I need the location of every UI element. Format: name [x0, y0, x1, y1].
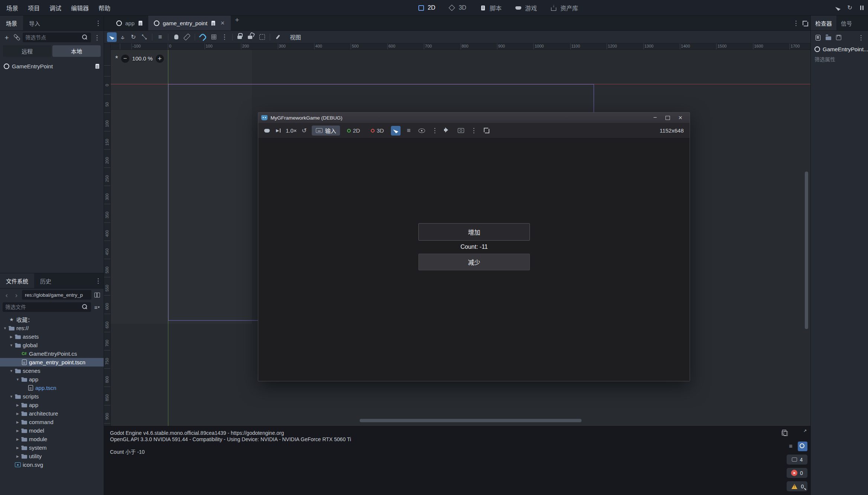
open-external-icon[interactable]: [798, 429, 807, 438]
debugger-badge[interactable]: 4: [787, 455, 807, 465]
file-tree-item[interactable]: res://: [0, 324, 104, 332]
reset-time-scale-button[interactable]: [300, 127, 308, 135]
workspace-3d[interactable]: 3D: [441, 0, 472, 16]
expand-icon[interactable]: [15, 455, 20, 458]
zoom-out-button[interactable]: [121, 55, 129, 63]
open-script-icon[interactable]: [94, 63, 101, 69]
view-menu[interactable]: 视图: [287, 32, 304, 42]
scene-script-icon[interactable]: [137, 20, 143, 26]
file-tree-item[interactable]: app.tscn: [0, 384, 104, 392]
file-tree-item[interactable]: app: [0, 401, 104, 409]
local-button[interactable]: 本地: [52, 45, 101, 57]
grid-snap-toggle[interactable]: [209, 32, 218, 42]
new-resource-icon[interactable]: [814, 33, 822, 42]
maximize-button[interactable]: [661, 113, 674, 123]
sort-files-icon[interactable]: [93, 303, 101, 311]
close-window-button[interactable]: [674, 113, 687, 123]
filter-nodes-input[interactable]: [25, 35, 82, 40]
pan-tool[interactable]: [171, 32, 181, 42]
group-object-button[interactable]: [257, 32, 267, 42]
expand-icon[interactable]: [15, 420, 20, 424]
menu-project[interactable]: 项目: [23, 0, 45, 15]
load-resource-icon[interactable]: [825, 33, 832, 42]
horizontal-scrollbar[interactable]: [360, 419, 582, 422]
mode-3d-button[interactable]: 3D: [367, 126, 388, 135]
history-forward-icon[interactable]: [12, 291, 20, 299]
snap-options-menu[interactable]: [220, 32, 229, 42]
inspector-menu-icon[interactable]: [857, 33, 865, 42]
mode-2d-button[interactable]: 2D: [343, 126, 364, 135]
workspace-assetlib[interactable]: 资产库: [543, 0, 584, 16]
file-tree-item[interactable]: scripts: [0, 392, 104, 401]
filesystem-menu-icon[interactable]: [94, 277, 102, 285]
filter-messages-icon[interactable]: [786, 442, 796, 451]
pick-options-menu[interactable]: [430, 126, 440, 136]
scale-tool[interactable]: [139, 32, 149, 42]
decrease-button[interactable]: 减少: [418, 254, 530, 270]
scene-tab-game-entry-point[interactable]: game_entry_point: [148, 16, 231, 30]
move-tool[interactable]: [118, 32, 127, 42]
zoom-in-button[interactable]: [156, 55, 164, 63]
filter-properties-label[interactable]: 筛选属性: [811, 54, 868, 64]
smart-snap-toggle[interactable]: [198, 32, 208, 42]
menu-help[interactable]: 帮助: [94, 0, 115, 15]
list-select-tool[interactable]: [155, 32, 165, 42]
collapse-icon[interactable]: [9, 343, 14, 347]
expand-icon[interactable]: [15, 429, 20, 433]
menu-scene[interactable]: 场景: [1, 0, 23, 15]
remote-button[interactable]: 远程: [3, 45, 51, 57]
camera-options-menu[interactable]: [469, 126, 479, 136]
rotate-tool[interactable]: [129, 32, 138, 42]
filter-files-box[interactable]: [3, 302, 91, 312]
workspace-2d[interactable]: 2D: [411, 0, 441, 16]
collapse-icon[interactable]: [2, 326, 8, 330]
expand-icon[interactable]: [15, 446, 20, 450]
file-tree-item[interactable]: global: [0, 341, 104, 349]
scene-tree-menu-icon[interactable]: [93, 33, 101, 42]
game-window-titlebar[interactable]: MyGFrameworkGame (DEBUG): [258, 113, 690, 123]
file-tree-item[interactable]: model: [0, 426, 104, 435]
file-tree-item[interactable]: GameEntryPoint.cs: [0, 349, 104, 358]
vertical-scrollbar[interactable]: [805, 172, 808, 329]
file-tree-item[interactable]: scenes: [0, 367, 104, 375]
canvas-viewport[interactable]: 0501001502002503003504004505005506006507…: [104, 50, 810, 426]
scene-tree-root-node[interactable]: GameEntryPoint: [0, 61, 104, 71]
menu-debug[interactable]: 调试: [45, 0, 66, 15]
file-tree-item[interactable]: module: [0, 435, 104, 443]
file-tree-item[interactable]: icon.svg: [0, 460, 104, 469]
skeleton-options-menu[interactable]: [273, 32, 283, 42]
expand-icon[interactable]: [15, 437, 20, 441]
pause-game-icon[interactable]: [858, 4, 866, 12]
tab-filesystem[interactable]: 文件系统: [0, 273, 34, 288]
tab-signals[interactable]: 信号: [836, 16, 856, 30]
scene-script-icon[interactable]: [210, 20, 216, 26]
camera-override-button[interactable]: [456, 126, 466, 136]
file-tree-item[interactable]: assets: [0, 332, 104, 341]
scene-tab-list-icon[interactable]: [792, 19, 800, 27]
close-tab-icon[interactable]: [219, 20, 226, 26]
menu-editor[interactable]: 编辑器: [66, 0, 94, 15]
file-tree-item[interactable]: game_entry_point.tscn: [0, 358, 104, 367]
errors-badge[interactable]: 0: [787, 468, 807, 478]
increase-button[interactable]: 增加: [418, 223, 530, 241]
inspected-node-row[interactable]: GameEntryPoint...: [811, 44, 868, 54]
mute-audio-button[interactable]: [443, 126, 453, 136]
file-tree-item[interactable]: app: [0, 375, 104, 384]
pick-input-tool[interactable]: [391, 126, 401, 136]
current-path-input[interactable]: [25, 292, 88, 298]
copy-output-icon[interactable]: [786, 429, 796, 438]
workspace-game[interactable]: 游戏: [508, 0, 543, 16]
search-output-icon[interactable]: [798, 442, 807, 451]
file-tree-item[interactable]: 收藏：: [0, 315, 104, 324]
new-scene-tab-icon[interactable]: [233, 16, 241, 24]
tab-history[interactable]: 历史: [34, 273, 57, 288]
zoom-level[interactable]: 100.0 %: [132, 55, 153, 62]
filter-nodes-box[interactable]: [23, 33, 91, 42]
expand-icon[interactable]: [15, 412, 20, 416]
file-tree-item[interactable]: architecture: [0, 409, 104, 418]
visibility-tool[interactable]: [417, 126, 427, 136]
split-view-icon[interactable]: [93, 291, 101, 299]
scene-tab-app[interactable]: app: [111, 16, 148, 30]
lock-object-button[interactable]: [236, 32, 245, 42]
file-tree-item[interactable]: system: [0, 443, 104, 452]
